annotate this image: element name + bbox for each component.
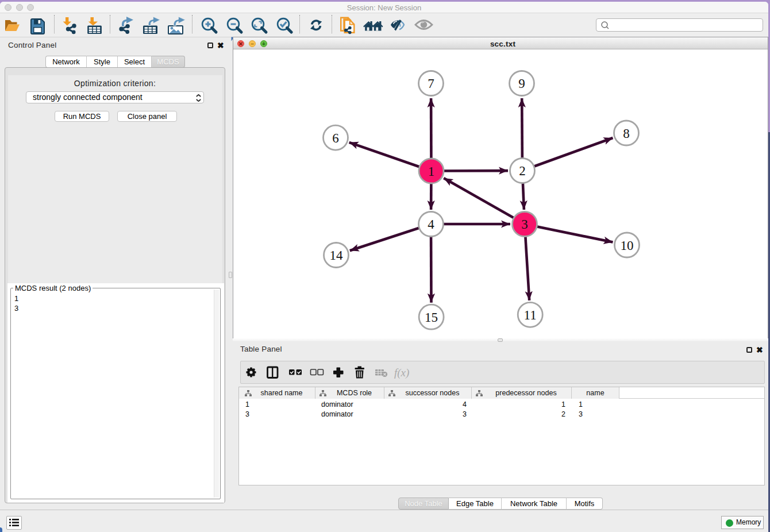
svg-text:2: 2 (519, 164, 526, 178)
svg-text:6: 6 (332, 131, 339, 145)
svg-text:10: 10 (621, 238, 634, 253)
svg-text:14: 14 (330, 248, 344, 263)
svg-text:1: 1 (428, 164, 435, 179)
svg-text:7: 7 (428, 76, 434, 91)
svg-text:15: 15 (425, 310, 438, 325)
svg-text:9: 9 (518, 76, 525, 91)
svg-text:3: 3 (521, 217, 528, 232)
svg-text:8: 8 (623, 126, 630, 141)
svg-text:4: 4 (428, 217, 434, 232)
svg-text:f(x): f(x) (394, 367, 409, 379)
svg-text:11: 11 (524, 308, 537, 322)
